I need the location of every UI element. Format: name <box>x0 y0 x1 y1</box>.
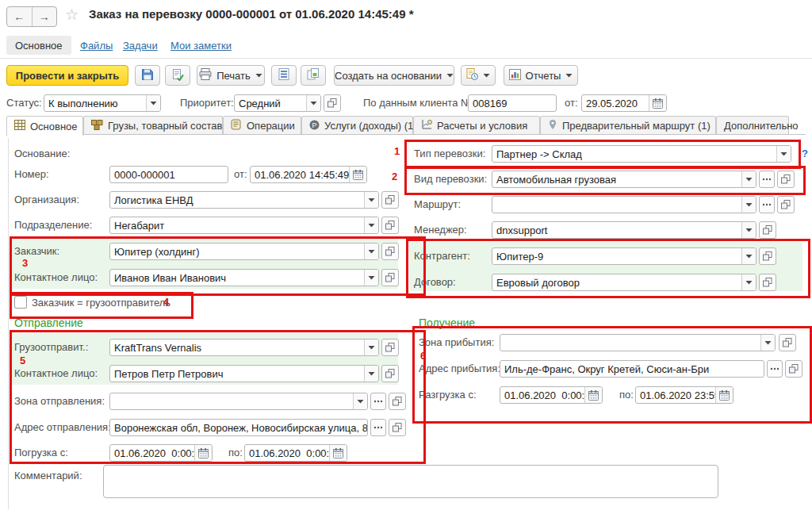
post-and-close-button[interactable]: Провести и закрыть <box>6 65 128 86</box>
open-division-button[interactable] <box>381 217 399 234</box>
open-shipper-button[interactable] <box>381 339 399 356</box>
tab-calculations[interactable]: Расчеты и условия <box>413 116 540 135</box>
arrival-address-field[interactable]: Иль-де-Франс, Округ Кретей, Сюси-ан-Бри <box>500 360 764 378</box>
dropdown-icon[interactable] <box>741 222 756 238</box>
create-based-on-button[interactable]: Создать на основании <box>334 65 454 86</box>
grid-icon <box>14 120 25 132</box>
calendar-icon[interactable] <box>349 167 366 182</box>
back-button[interactable]: ← <box>7 7 33 26</box>
transport-kind-field[interactable]: Автомобильная грузовая <box>492 171 756 188</box>
open-departure-zone-button[interactable] <box>389 393 406 410</box>
svg-text:Р: Р <box>312 121 316 128</box>
open-arrival-address-button[interactable] <box>785 360 802 378</box>
loading-to-field[interactable]: 01.06.2020 0:00:00 <box>244 444 347 462</box>
print-button[interactable]: Печать <box>197 65 265 86</box>
open-shipper-contact-button[interactable] <box>381 365 399 382</box>
unloading-to-field[interactable]: 01.06.2020 23:59:59 <box>635 386 733 404</box>
counterparty-field[interactable]: Юпитер-9 <box>492 247 756 265</box>
open-organization-button[interactable] <box>381 191 399 209</box>
related-documents-button[interactable] <box>301 65 326 86</box>
open-route-button[interactable] <box>777 196 795 213</box>
division-field[interactable]: Негабарит <box>109 217 379 234</box>
open-counterparty-button[interactable] <box>759 247 776 265</box>
dropdown-icon[interactable] <box>741 171 756 187</box>
status-field[interactable]: К выполнению <box>44 94 161 112</box>
reports-button[interactable]: Отчеты <box>504 65 578 86</box>
calendar-icon[interactable] <box>584 387 602 403</box>
annotation-number-3: 3 <box>22 257 28 269</box>
comment-input[interactable] <box>103 465 718 498</box>
tab-cargo[interactable]: Грузы, товарный состав (1) <box>83 116 223 135</box>
tab-services[interactable]: Р Услуги (доходы) (1) <box>301 116 413 135</box>
client-number-field[interactable]: 008169 <box>468 94 557 112</box>
favorite-star-icon[interactable]: ☆ <box>65 6 79 24</box>
number-field[interactable]: 0000-000001 <box>109 166 228 183</box>
tab-operations[interactable]: Операции <box>223 116 301 135</box>
route-more-button[interactable] <box>759 196 775 213</box>
organization-field[interactable]: Логистика ЕНВД <box>109 191 379 209</box>
dropdown-icon[interactable] <box>760 335 775 351</box>
priority-field[interactable]: Средний <box>234 94 321 112</box>
forward-button[interactable]: → <box>33 7 57 26</box>
nav-link-tasks[interactable]: Задачи <box>123 40 158 52</box>
calendar-icon[interactable] <box>715 387 733 403</box>
arrival-address-more-button[interactable] <box>767 360 783 378</box>
unloading-from-field[interactable]: 01.06.2020 0:00:00 <box>500 386 603 404</box>
calendar-icon[interactable] <box>194 445 212 461</box>
open-contract-button[interactable] <box>759 274 776 291</box>
open-manager-button[interactable] <box>759 221 776 239</box>
open-customer-button[interactable] <box>381 243 399 260</box>
tab-preliminary-route[interactable]: Предварительный маршрут (1) <box>540 116 716 135</box>
customer-contact-field[interactable]: Иванов Иван Иванович <box>109 269 379 286</box>
tab-additional[interactable]: Дополнительно <box>716 116 789 135</box>
dropdown-icon[interactable] <box>364 244 378 259</box>
dropdown-icon[interactable] <box>364 192 378 208</box>
doc-date-field[interactable]: 01.06.2020 14:45:49 <box>250 166 367 183</box>
open-customer-contact-button[interactable] <box>381 269 399 286</box>
dropdown-icon[interactable] <box>306 95 320 111</box>
transport-type-field[interactable]: Партнер -> Склад <box>492 145 791 163</box>
nav-link-notes[interactable]: Мои заметки <box>170 40 232 52</box>
route-field[interactable] <box>492 196 756 213</box>
calendar-icon[interactable] <box>649 95 666 111</box>
departure-address-more-button[interactable] <box>370 419 386 436</box>
dropdown-icon[interactable] <box>364 217 378 233</box>
counterparty-label: Контрагент: <box>414 250 470 262</box>
open-arrival-zone-button[interactable] <box>779 334 796 351</box>
manager-field[interactable]: dnxsupport <box>492 221 756 239</box>
subordination-structure-button[interactable] <box>271 65 297 86</box>
shipper-field[interactable]: KraftTrans Vernalis <box>109 339 379 356</box>
open-departure-address-button[interactable] <box>389 419 406 436</box>
departure-zone-field[interactable] <box>109 393 368 410</box>
departure-address-field[interactable]: Воронежская обл, Воронеж, Новосибирская … <box>109 419 368 436</box>
calendar-icon[interactable] <box>329 445 347 461</box>
customer-equals-shipper-checkbox[interactable] <box>14 296 27 309</box>
nav-tab-main[interactable]: Основное <box>6 36 71 55</box>
help-question-mark[interactable]: ? <box>802 148 808 159</box>
loading-from-field[interactable]: 01.06.2020 0:00:00 <box>109 444 213 462</box>
report-chart-icon <box>509 69 521 82</box>
departure-zone-more-button[interactable] <box>370 393 386 410</box>
create-task-button[interactable] <box>461 65 496 86</box>
tab-main[interactable]: Основное <box>6 116 83 136</box>
dropdown-icon[interactable] <box>364 339 378 355</box>
nav-link-files[interactable]: Файлы <box>80 40 113 52</box>
shipper-contact-field[interactable]: Петров Петр Петрович <box>109 365 379 382</box>
client-date-field[interactable]: 29.05.2020 <box>581 94 667 112</box>
dropdown-icon[interactable] <box>776 146 791 162</box>
dropdown-icon[interactable] <box>364 366 378 382</box>
contract-field[interactable]: Евровый договор <box>492 274 756 291</box>
transport-kind-more-button[interactable] <box>759 171 775 188</box>
dropdown-icon[interactable] <box>364 270 378 286</box>
dropdown-icon[interactable] <box>741 197 756 213</box>
post-document-button[interactable] <box>165 65 190 86</box>
open-priority-button[interactable] <box>324 94 341 112</box>
dropdown-icon[interactable] <box>146 95 160 111</box>
dropdown-icon[interactable] <box>741 274 756 290</box>
arrival-zone-field[interactable] <box>500 334 776 351</box>
open-transport-kind-button[interactable] <box>777 171 795 188</box>
dropdown-icon[interactable] <box>741 248 756 264</box>
customer-field[interactable]: Юпитер (холдинг) <box>109 243 379 260</box>
dropdown-icon[interactable] <box>353 393 367 409</box>
save-button[interactable] <box>135 65 160 86</box>
